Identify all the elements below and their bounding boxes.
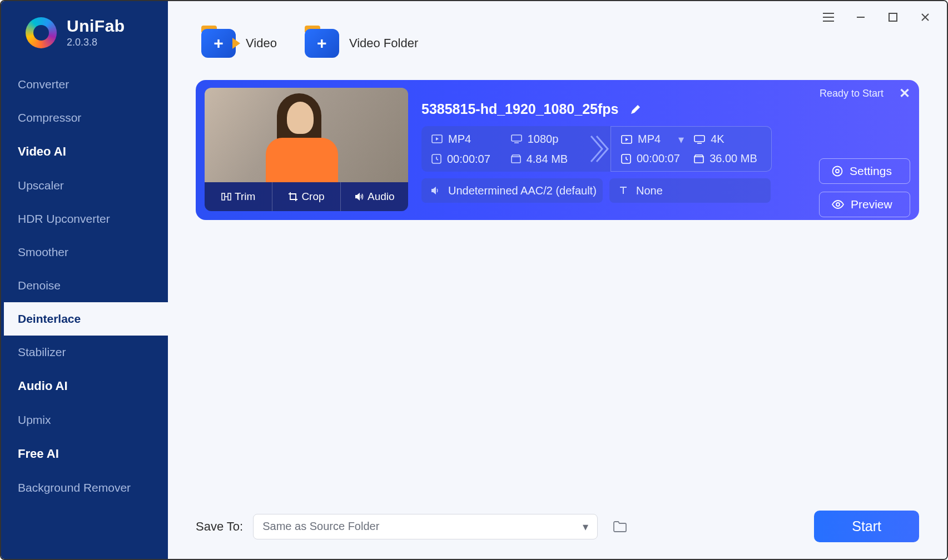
- trim-button[interactable]: Trim: [205, 182, 272, 211]
- main-area: + Video + Video Folder: [168, 1, 947, 559]
- sidebar-item-converter[interactable]: Converter: [1, 68, 168, 101]
- footer: Save To: Same as Source Folder ▾ Start: [168, 497, 947, 559]
- source-info: MP4 1080p 00:00:07 4.84 MB: [421, 126, 588, 172]
- audio-track-value: Undetermined AAC/2 (default): [448, 184, 597, 197]
- folder-icon: [613, 521, 627, 533]
- app-logo-icon: [26, 17, 57, 48]
- svg-rect-2: [228, 193, 231, 200]
- text-icon: [618, 186, 628, 196]
- svg-rect-1: [222, 193, 225, 200]
- source-size: 4.84 MB: [527, 153, 568, 166]
- gear-icon: [832, 166, 843, 177]
- sidebar-item-denoise[interactable]: Denoise: [1, 269, 168, 302]
- target-info: MP4▾ 4K 00:00:07 36.00 MB: [611, 126, 772, 172]
- sidebar-item-stabilizer[interactable]: Stabilizer: [1, 336, 168, 369]
- thumbnail-actions: Trim Crop Audio: [205, 182, 408, 211]
- settings-button[interactable]: Settings: [819, 158, 910, 184]
- save-path-select[interactable]: Same as Source Folder ▾: [253, 514, 598, 539]
- sidebar-item-deinterlace[interactable]: Deinterlace: [1, 302, 168, 336]
- video-format-icon: [621, 135, 632, 144]
- crop-icon: [288, 192, 298, 202]
- browse-folder-button[interactable]: [608, 514, 632, 539]
- filesize-icon: [694, 154, 704, 163]
- task-close-icon[interactable]: ✕: [899, 86, 910, 101]
- subtitle-track-value: None: [636, 184, 663, 197]
- subtitle-track-select[interactable]: None: [609, 178, 771, 203]
- arrow-separator-icon: [588, 126, 611, 172]
- video-format-icon: [431, 134, 443, 143]
- sidebar-item-smoother[interactable]: Smoother: [1, 236, 168, 269]
- play-accent-icon: [232, 38, 240, 49]
- source-format: MP4: [448, 133, 471, 146]
- sidebar-item-upscaler[interactable]: Upscaler: [1, 169, 168, 202]
- add-video-folder-button[interactable]: + Video Folder: [305, 29, 418, 58]
- source-duration: 00:00:07: [447, 153, 490, 166]
- titlebar: [822, 11, 931, 23]
- sidebar: UniFab 2.0.3.8 Converter Compressor Vide…: [1, 1, 168, 559]
- chevron-down-icon: ▾: [678, 133, 684, 146]
- audio-track-select[interactable]: Undetermined AAC/2 (default) ▾: [421, 178, 603, 203]
- app-version: 2.0.3.8: [67, 37, 125, 48]
- video-thumbnail[interactable]: [205, 88, 408, 182]
- svg-point-11: [836, 203, 840, 206]
- brand-block: UniFab 2.0.3.8: [1, 17, 168, 68]
- settings-label: Settings: [850, 164, 892, 178]
- sidebar-item-hdr-upconverter[interactable]: HDR Upconverter: [1, 202, 168, 236]
- add-video-label: Video: [246, 36, 277, 51]
- preview-label: Preview: [851, 198, 892, 211]
- sidebar-item-compressor[interactable]: Compressor: [1, 101, 168, 134]
- add-video-button[interactable]: + Video: [201, 29, 277, 58]
- sidebar-section-audio-ai[interactable]: Audio AI: [1, 369, 168, 403]
- audio-button[interactable]: Audio: [341, 182, 408, 211]
- audio-label: Audio: [368, 191, 395, 203]
- close-icon[interactable]: [919, 11, 931, 23]
- svg-point-10: [836, 169, 839, 173]
- target-format-select[interactable]: MP4▾: [621, 131, 684, 147]
- plus-icon: +: [214, 34, 224, 53]
- target-resolution-select[interactable]: 4K: [694, 131, 761, 147]
- app-name: UniFab: [67, 17, 125, 36]
- sidebar-item-upmix[interactable]: Upmix: [1, 403, 168, 437]
- monitor-icon: [694, 135, 705, 144]
- task-status: Ready to Start: [820, 88, 884, 99]
- svg-rect-7: [694, 136, 704, 142]
- clock-icon: [621, 154, 631, 164]
- plus-icon: +: [317, 34, 327, 53]
- task-card: Trim Crop Audio Ready to Start ✕: [196, 80, 919, 220]
- target-resolution: 4K: [711, 133, 724, 146]
- crop-button[interactable]: Crop: [272, 182, 340, 211]
- sidebar-item-background-remover[interactable]: Background Remover: [1, 471, 168, 504]
- task-filename: 5385815-hd_1920_1080_25fps: [421, 101, 618, 117]
- svg-rect-4: [512, 135, 522, 141]
- minimize-icon[interactable]: [855, 11, 867, 23]
- speaker-icon: [354, 192, 364, 202]
- trim-label: Trim: [235, 191, 255, 203]
- chevron-down-icon: ▾: [583, 520, 588, 533]
- sidebar-section-free-ai[interactable]: Free AI: [1, 437, 168, 471]
- save-to-label: Save To:: [196, 519, 243, 534]
- maximize-icon[interactable]: [887, 11, 899, 23]
- clock-icon: [431, 154, 441, 164]
- eye-icon: [832, 200, 844, 209]
- sidebar-section-video-ai[interactable]: Video AI: [1, 134, 168, 169]
- svg-rect-0: [889, 13, 897, 21]
- source-resolution: 1080p: [528, 133, 559, 146]
- save-path-value: Same as Source Folder: [262, 520, 379, 533]
- target-duration: 00:00:07: [637, 152, 680, 165]
- start-label: Start: [852, 518, 881, 534]
- crop-label: Crop: [301, 191, 324, 203]
- monitor-icon: [511, 134, 522, 143]
- start-button[interactable]: Start: [814, 511, 919, 542]
- menu-icon[interactable]: [822, 11, 835, 23]
- trim-icon: [221, 192, 231, 202]
- edit-filename-icon[interactable]: [629, 103, 642, 116]
- target-format: MP4: [638, 133, 661, 146]
- preview-button[interactable]: Preview: [819, 192, 910, 217]
- add-folder-label: Video Folder: [349, 36, 418, 51]
- svg-point-9: [833, 167, 842, 176]
- sidebar-nav: Converter Compressor Video AI Upscaler H…: [1, 68, 168, 504]
- target-size: 36.00 MB: [709, 152, 757, 165]
- filesize-icon: [511, 154, 521, 163]
- speaker-icon: [430, 186, 440, 196]
